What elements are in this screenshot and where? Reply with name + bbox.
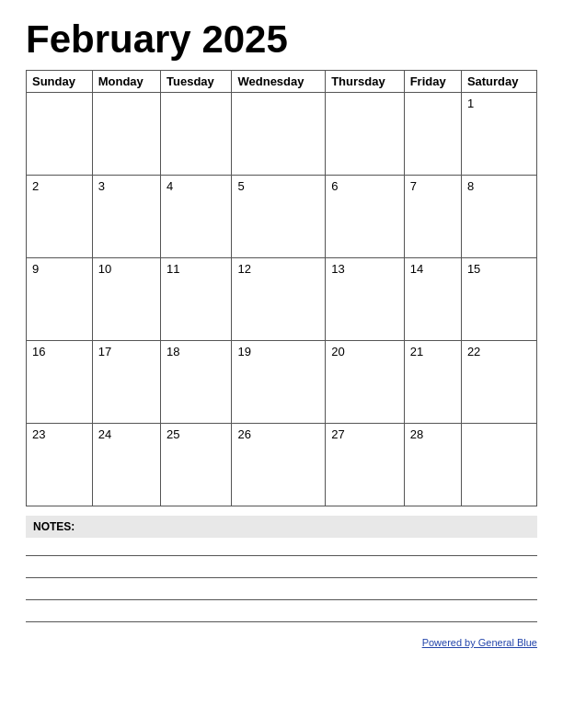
day-cell: 23 — [27, 424, 93, 506]
day-cell: 20 — [326, 341, 405, 424]
day-number: 13 — [331, 262, 398, 276]
header-sunday: Sunday — [27, 71, 93, 93]
day-cell — [404, 93, 461, 176]
day-number: 2 — [32, 179, 86, 193]
day-cell: 18 — [161, 341, 232, 424]
week-row: 1 — [27, 93, 537, 176]
day-cell: 17 — [92, 341, 160, 424]
day-number: 12 — [237, 262, 319, 276]
day-cell: 21 — [404, 341, 461, 424]
day-number: 24 — [98, 427, 155, 441]
day-number: 22 — [467, 345, 531, 358]
day-cell: 4 — [161, 176, 232, 258]
day-cell — [232, 93, 326, 176]
header-tuesday: Tuesday — [161, 71, 232, 93]
day-number: 9 — [32, 262, 86, 276]
notes-label: NOTES: — [26, 516, 537, 538]
day-cell: 15 — [461, 258, 536, 341]
day-cell: 10 — [92, 258, 160, 341]
week-row: 16 17 18 19 20 21 22 — [27, 341, 537, 424]
day-number: 26 — [237, 427, 319, 441]
day-number: 21 — [410, 345, 455, 358]
day-cell: 1 — [461, 93, 536, 176]
header-saturday: Saturday — [461, 71, 536, 93]
day-cell — [161, 93, 232, 176]
day-number: 28 — [410, 427, 455, 441]
day-number: 25 — [167, 427, 225, 441]
day-cell — [326, 93, 405, 176]
day-cell: 25 — [161, 424, 232, 506]
calendar-page: February 2025 Sunday Monday Tuesday Wedn… — [0, 0, 563, 728]
day-number: 4 — [167, 179, 225, 193]
day-cell: 7 — [404, 176, 461, 258]
day-number: 27 — [331, 427, 398, 441]
header-monday: Monday — [92, 71, 160, 93]
day-number: 1 — [467, 97, 531, 110]
header-friday: Friday — [404, 71, 461, 93]
day-number: 15 — [467, 262, 531, 276]
calendar-title: February 2025 — [26, 18, 537, 61]
week-row: 2 3 4 5 6 7 8 — [27, 176, 537, 258]
header-wednesday: Wednesday — [232, 71, 326, 93]
powered-by: Powered by General Blue — [26, 637, 537, 648]
day-cell: 5 — [232, 176, 326, 258]
day-cell: 9 — [27, 258, 93, 341]
day-number: 17 — [98, 345, 155, 358]
day-cell: 3 — [92, 176, 160, 258]
day-number: 11 — [167, 262, 225, 276]
day-cell: 27 — [326, 424, 405, 506]
day-number: 20 — [331, 345, 398, 358]
day-number: 5 — [237, 179, 319, 193]
notes-section: NOTES: — [26, 516, 537, 631]
week-row: 9 10 11 12 13 14 15 — [27, 258, 537, 341]
day-number: 8 — [467, 179, 531, 193]
calendar-table: Sunday Monday Tuesday Wednesday Thursday… — [26, 70, 537, 506]
days-header-row: Sunday Monday Tuesday Wednesday Thursday… — [27, 71, 537, 93]
day-number: 16 — [32, 345, 86, 358]
day-cell — [461, 424, 536, 506]
day-cell — [27, 93, 93, 176]
day-cell: 26 — [232, 424, 326, 506]
day-cell: 6 — [326, 176, 405, 258]
day-cell: 11 — [161, 258, 232, 341]
day-cell: 13 — [326, 258, 405, 341]
day-cell: 19 — [232, 341, 326, 424]
day-cell: 8 — [461, 176, 536, 258]
day-cell: 24 — [92, 424, 160, 506]
day-number: 18 — [167, 345, 225, 358]
day-number: 6 — [331, 179, 398, 193]
notes-line-3 — [26, 587, 537, 600]
powered-by-link[interactable]: Powered by General Blue — [422, 637, 537, 648]
day-number: 7 — [410, 179, 455, 193]
notes-line-1 — [26, 543, 537, 556]
day-number: 14 — [410, 262, 455, 276]
day-cell: 2 — [27, 176, 93, 258]
day-number: 19 — [237, 345, 319, 358]
day-number: 3 — [98, 179, 155, 193]
day-cell: 28 — [404, 424, 461, 506]
day-cell: 16 — [27, 341, 93, 424]
day-number: 10 — [98, 262, 155, 276]
notes-line-2 — [26, 565, 537, 578]
day-cell: 12 — [232, 258, 326, 341]
day-cell — [92, 93, 160, 176]
day-number: 23 — [32, 427, 86, 441]
day-cell: 14 — [404, 258, 461, 341]
header-thursday: Thursday — [326, 71, 405, 93]
day-cell: 22 — [461, 341, 536, 424]
week-row: 23 24 25 26 27 28 — [27, 424, 537, 506]
notes-line-4 — [26, 609, 537, 622]
